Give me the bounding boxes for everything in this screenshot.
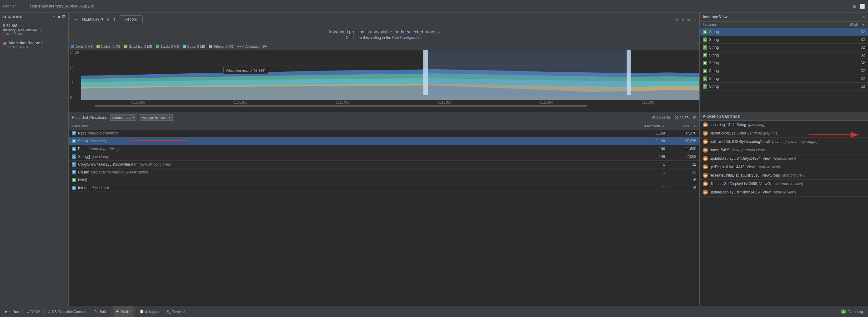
table-row-selected[interactable]: C String (java.lang) 1,168 37,376: [69, 137, 700, 145]
instance-row[interactable]: C String 32: [700, 67, 868, 75]
table-row[interactable]: C Path (android.graphics) 1,168 37,376: [69, 129, 700, 137]
title-bar-file: com.enjoy.memory (Alps M853p2.0): [30, 4, 95, 8]
call-row[interactable]: m dispatchGetDisplayList:3495, ViewGroup…: [700, 180, 868, 188]
top-toolbar: ← MEMORY ▾ 🗑 ⬆ Record ⊖ ⊕ ⊞ ×: [69, 12, 700, 26]
call-row[interactable]: m draw:15495, View (android.view): [700, 146, 868, 154]
build-status-item[interactable]: 🔨 Build: [91, 306, 110, 317]
instance-row-selected[interactable]: C String 32: [700, 28, 868, 36]
call-row[interactable]: m substring:1311, String (java.lang): [700, 121, 868, 129]
status-divider: [43, 309, 44, 315]
profiler-status-item[interactable]: ⚡ Profiler: [113, 306, 134, 317]
shallow-sort-icon[interactable]: ▼: [693, 125, 696, 128]
logcat-label: 6: Logcat: [145, 310, 159, 314]
instance-row[interactable]: C String 32: [700, 75, 868, 83]
right-panel: Instance View × Instance Shall... ▼ C St…: [700, 12, 868, 306]
heap-select[interactable]: default heap ▾: [110, 114, 137, 121]
instance-row[interactable]: C String 32: [700, 59, 868, 67]
instance-row[interactable]: C String 32: [700, 52, 868, 59]
table-row[interactable]: C Integer (java.lang) 1 16: [69, 184, 700, 192]
allocations-table: C Path (android.graphics) 1,168 37,376 C…: [69, 129, 700, 306]
sort-icon[interactable]: ▼: [662, 125, 665, 128]
svg-rect-11: [627, 50, 631, 95]
table-row[interactable]: C byte[] 1 16: [69, 176, 700, 184]
split-icon[interactable]: ⊞: [62, 14, 66, 19]
instance-icon: C: [703, 37, 707, 42]
instance-row[interactable]: C String 32: [700, 44, 868, 52]
db-status-item[interactable]: ⬡ DB Execution Console: [45, 306, 89, 317]
instance-row[interactable]: C String 32: [700, 36, 868, 44]
alert-subtitle: Configure this setting in the Run Config…: [69, 36, 700, 40]
table-row[interactable]: C Paint (android.graphics) 146 11,680: [69, 145, 700, 153]
class-icon: C: [72, 170, 76, 175]
todo-label: TODO: [30, 310, 40, 314]
todo-icon: ≡: [27, 310, 28, 314]
status-divider: [90, 309, 90, 315]
layout-icon[interactable]: ⊞: [687, 17, 691, 22]
terminal-status-item[interactable]: $_ Terminal: [164, 306, 188, 317]
call-row[interactable]: m parseColor:211, Color (android.graphic…: [700, 129, 868, 137]
instance-view: Instance View × Instance Shall... ▼ C St…: [700, 12, 868, 112]
x-axis: 01:00.000 01:05.000 01:10.000 01:15.000 …: [81, 100, 700, 105]
zoom-in-icon[interactable]: ⊕: [681, 17, 685, 22]
alert-title: Advanced profiling is unavailable for th…: [69, 29, 700, 34]
settings-icon[interactable]: ⚙: [852, 4, 857, 9]
export-icon[interactable]: ⬆: [113, 17, 117, 22]
instance-icon: C: [703, 76, 707, 81]
class-icon: C: [72, 139, 76, 143]
instance-col-header: Instance: [703, 23, 840, 27]
table-row[interactable]: C Chunk (org.apache.harmony.dalvik.ddmc)…: [69, 168, 700, 176]
close-icon[interactable]: ×: [693, 17, 696, 22]
delete-icon[interactable]: 🗑: [106, 17, 110, 22]
zoom-out-icon[interactable]: ⊖: [675, 17, 679, 22]
memory-dropdown-icon[interactable]: ▾: [101, 17, 103, 22]
instance-icon: C: [703, 45, 707, 50]
status-divider: [23, 309, 23, 315]
instance-view-close[interactable]: ×: [862, 14, 865, 19]
run-label: 4: Run: [9, 310, 19, 314]
run-config-link[interactable]: Run Configuration: [392, 36, 423, 40]
status-divider: [135, 309, 136, 315]
event-log-label: Event Log: [847, 310, 863, 314]
call-row[interactable]: m recreateChildDisplayList:3516, ViewGro…: [700, 171, 868, 180]
call-row[interactable]: m updateDisplayListIfDirty:14384, View (…: [700, 154, 868, 163]
run-status-item[interactable]: ▶ 4: Run: [2, 306, 21, 317]
call-row[interactable]: m getDisplayList:14413, View (android.vi…: [700, 163, 868, 171]
call-row[interactable]: m onDraw:106, IOSStyleLoadingView3 (com.…: [700, 137, 868, 146]
add-session-icon[interactable]: +: [53, 14, 56, 19]
filter-icon[interactable]: ⊟: [693, 116, 696, 120]
profiler-label: Profiler: [121, 310, 132, 314]
table-row[interactable]: C CopyOnWriteArrayList$CowIterator (java…: [69, 161, 700, 168]
class-icon: C: [72, 162, 76, 167]
chart-scrollbar-thumb[interactable]: [95, 105, 587, 107]
legend-java: Java: 0 MB: [71, 44, 93, 49]
event-log-status-item[interactable]: 2 Event Log: [838, 310, 866, 314]
session-item[interactable]: 9:52 AM memory (Alps M853p2.0) 1 min 27 …: [0, 21, 68, 38]
todo-status-item[interactable]: ≡ TODO: [24, 306, 42, 317]
method-icon: m: [703, 131, 708, 136]
instance-table-header: Instance Shall... ▼: [700, 22, 868, 28]
instance-view-header: Instance View ×: [700, 12, 868, 22]
chart-container: Allocation record (08.366): [81, 50, 700, 100]
allocations-header: Allocations ▼: [634, 124, 665, 128]
logcat-status-item[interactable]: 📋 6: Logcat: [137, 306, 162, 317]
call-row[interactable]: m updateDisplayListIfDirty:14384, View (…: [700, 188, 868, 196]
instance-sort-icon[interactable]: ▼: [862, 23, 865, 27]
title-bar-app: Profiler: [3, 4, 16, 8]
resize-icon[interactable]: ⬜: [860, 4, 865, 9]
table-row[interactable]: C String[] (java.lang) 146 7,008: [69, 153, 700, 161]
instance-row[interactable]: C String 32: [700, 83, 868, 91]
stop-session-icon[interactable]: ■: [57, 14, 60, 19]
db-icon: ⬡: [48, 310, 51, 314]
chart-scrollbar[interactable]: [81, 105, 700, 107]
legend-graphics: Graphics: 0 MB: [124, 44, 152, 49]
arrange-select[interactable]: Arrange by class ▾: [140, 114, 173, 121]
allocation-item[interactable]: ⬤ Allocation Records 00:01:14.404: [0, 38, 68, 52]
chart-tooltip: Allocation record (08.366): [223, 67, 268, 74]
build-label: Build: [100, 310, 107, 314]
back-button[interactable]: ←: [72, 16, 79, 23]
call-stack-panel: Allocation Call Stack m substring:1311, …: [700, 112, 868, 306]
record-button[interactable]: Record: [119, 15, 143, 23]
time-range: ⏱ 01:14.404 - 01:22.771: [652, 116, 690, 120]
legend-allocated: Allocated: N/A: [237, 44, 267, 49]
terminal-icon: $_: [167, 310, 171, 314]
